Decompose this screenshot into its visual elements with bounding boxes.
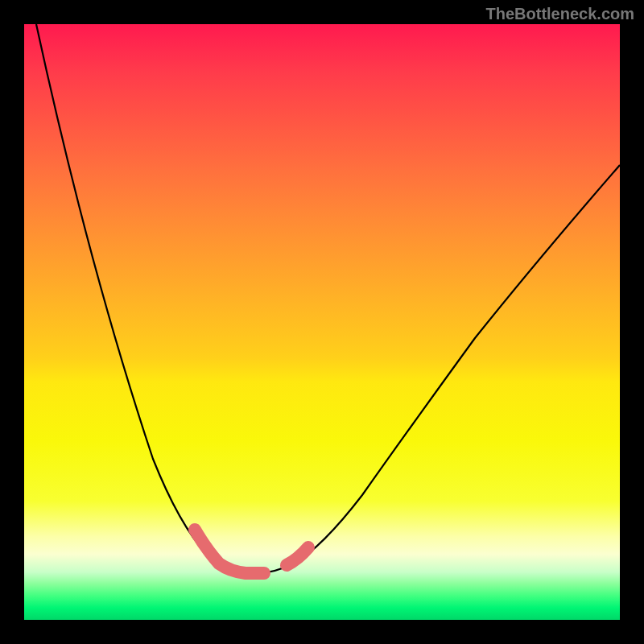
chart-plot-area	[24, 24, 620, 620]
bottleneck-curve-svg	[24, 24, 620, 620]
marker-band-left-path	[195, 530, 264, 573]
attribution-text: TheBottleneck.com	[486, 5, 634, 23]
marker-band-right-path	[287, 547, 308, 565]
main-curve-path	[36, 24, 620, 573]
